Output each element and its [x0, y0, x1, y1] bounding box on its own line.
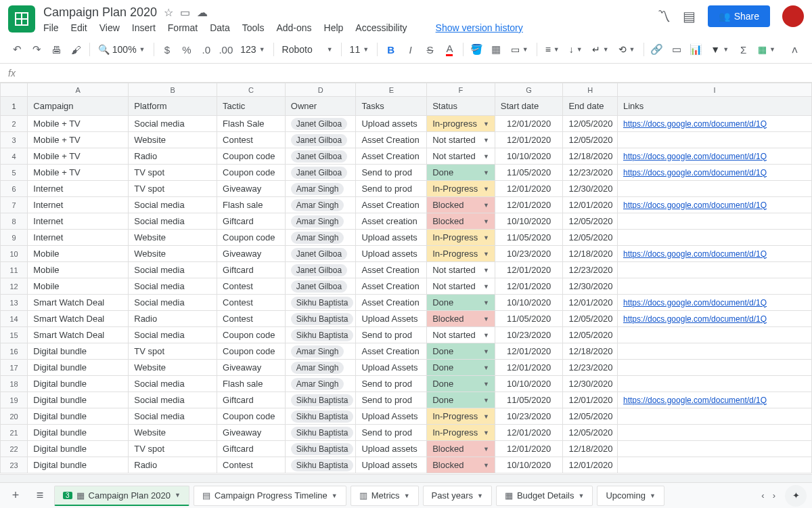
- link-button[interactable]: 🔗: [648, 40, 666, 59]
- cell-tasks[interactable]: Send to prod: [356, 392, 427, 408]
- cell-status[interactable]: In-Progress▼: [427, 230, 495, 246]
- cell-campaign[interactable]: Smart Watch Deal: [28, 295, 129, 311]
- cell-status[interactable]: In-Progress▼: [427, 181, 495, 197]
- cell-start-date[interactable]: 11/05/2020: [495, 230, 563, 246]
- row-number[interactable]: 11: [1, 262, 28, 278]
- cell-platform[interactable]: Radio: [129, 148, 217, 165]
- chevron-down-icon[interactable]: ▼: [578, 492, 584, 499]
- italic-button[interactable]: I: [401, 40, 420, 59]
- strikethrough-button[interactable]: S: [421, 40, 439, 59]
- chevron-down-icon[interactable]: ▼: [650, 492, 656, 499]
- cell-owner[interactable]: Janet Gilboa: [285, 132, 356, 148]
- sheet-tab[interactable]: 3▦Campaign Plan 2020▼: [54, 486, 189, 506]
- move-icon[interactable]: ▭: [180, 6, 190, 19]
- chevron-down-icon[interactable]: ▼: [483, 218, 489, 225]
- cell-owner[interactable]: Sikhu Baptista: [285, 295, 356, 311]
- cell-status[interactable]: Blocked▼: [427, 457, 495, 473]
- sheet-tab[interactable]: ▤Campaign Progress Timeline▼: [194, 486, 346, 506]
- cell-link[interactable]: [617, 327, 811, 343]
- cell-link[interactable]: [617, 343, 811, 360]
- cell-tactic[interactable]: Contest: [217, 311, 286, 327]
- horizontal-scrollbar[interactable]: [0, 474, 812, 482]
- chevron-down-icon[interactable]: ▼: [483, 267, 489, 274]
- table-row[interactable]: 19 Digital bundle Social media Giftcard …: [1, 392, 812, 408]
- cell-link[interactable]: https://docs.google.com/document/d/1Q: [617, 148, 811, 165]
- user-avatar[interactable]: [782, 5, 804, 27]
- cell-tactic[interactable]: Coupon code: [217, 230, 286, 246]
- header-owner[interactable]: Owner: [285, 97, 356, 116]
- cell-campaign[interactable]: Smart Watch Deal: [28, 311, 129, 327]
- cell-start-date[interactable]: 10/10/2020: [495, 213, 563, 230]
- menu-insert[interactable]: Insert: [132, 22, 156, 33]
- cell-status[interactable]: Not started▼: [427, 132, 495, 148]
- table-row[interactable]: 7 Internet Social media Flash sale Amar …: [1, 197, 812, 213]
- cell-link[interactable]: [617, 408, 811, 425]
- collapse-toolbar-button[interactable]: ʌ: [785, 40, 804, 59]
- cell-link[interactable]: [617, 441, 811, 457]
- owner-chip[interactable]: Sikhu Baptista: [291, 329, 354, 341]
- cell-campaign[interactable]: Digital bundle: [28, 457, 129, 473]
- table-row[interactable]: 5 Mobile + TV TV spot Coupon code Janet …: [1, 165, 812, 181]
- cell-start-date[interactable]: 10/23/2020: [495, 408, 563, 425]
- cell-link[interactable]: [617, 230, 811, 246]
- cell-campaign[interactable]: Digital bundle: [28, 392, 129, 408]
- cell-tasks[interactable]: Upload assets: [356, 246, 427, 262]
- cell-platform[interactable]: Radio: [129, 457, 217, 473]
- cell-tasks[interactable]: Asset Creation: [356, 197, 427, 213]
- row-number[interactable]: 18: [1, 376, 28, 392]
- cell-campaign[interactable]: Digital bundle: [28, 360, 129, 376]
- cell-platform[interactable]: Website: [129, 132, 217, 148]
- col-b[interactable]: B: [129, 83, 217, 97]
- sheet-tab[interactable]: ▥Metrics▼: [351, 486, 419, 506]
- cell-start-date[interactable]: 11/05/2020: [495, 311, 563, 327]
- row-number[interactable]: 20: [1, 408, 28, 425]
- cell-start-date[interactable]: 12/01/2020: [495, 116, 563, 132]
- sheets-logo[interactable]: [8, 5, 35, 33]
- col-e[interactable]: E: [356, 83, 427, 97]
- col-c[interactable]: C: [217, 83, 286, 97]
- fill-color-button[interactable]: 🪣: [468, 40, 486, 59]
- cell-start-date[interactable]: 11/05/2020: [495, 165, 563, 181]
- cell-tasks[interactable]: Send to prod: [356, 165, 427, 181]
- row-number[interactable]: 19: [1, 392, 28, 408]
- cell-tactic[interactable]: Coupon code: [217, 148, 286, 165]
- cell-start-date[interactable]: 10/10/2020: [495, 376, 563, 392]
- redo-button[interactable]: ↷: [28, 40, 46, 59]
- cell-platform[interactable]: Website: [129, 246, 217, 262]
- cell-start-date[interactable]: 12/01/2020: [495, 343, 563, 360]
- cell-link[interactable]: [617, 213, 811, 230]
- table-row[interactable]: 10 Mobile Website Giveaway Janet Gilboa …: [1, 246, 812, 262]
- bold-button[interactable]: B: [382, 40, 400, 59]
- cell-platform[interactable]: Website: [129, 230, 217, 246]
- cell-end-date[interactable]: 12/30/2020: [563, 181, 618, 197]
- chevron-down-icon[interactable]: ▼: [404, 492, 410, 499]
- col-f[interactable]: F: [427, 83, 495, 97]
- cell-platform[interactable]: Social media: [129, 197, 217, 213]
- cell-owner[interactable]: Amar Singh: [285, 181, 356, 197]
- cell-tactic[interactable]: Contest: [217, 295, 286, 311]
- owner-chip[interactable]: Janet Gilboa: [291, 150, 347, 163]
- zoom-select[interactable]: 🔍100%▼: [94, 44, 150, 55]
- cell-campaign[interactable]: Internet: [28, 213, 129, 230]
- cell-tasks[interactable]: Upload Assets: [356, 360, 427, 376]
- cell-owner[interactable]: Janet Gilboa: [285, 148, 356, 165]
- header-row[interactable]: 1 Campaign Platform Tactic Owner Tasks S…: [1, 97, 812, 116]
- cell-owner[interactable]: Sikhu Baptista: [285, 457, 356, 473]
- cell-status[interactable]: In-Progress▼: [427, 246, 495, 262]
- cell-status[interactable]: Blocked▼: [427, 311, 495, 327]
- chevron-down-icon[interactable]: ▼: [483, 153, 489, 160]
- cell-start-date[interactable]: 10/10/2020: [495, 148, 563, 165]
- cell-link[interactable]: [617, 181, 811, 197]
- cell-link[interactable]: [617, 132, 811, 148]
- owner-chip[interactable]: Janet Gilboa: [291, 134, 347, 146]
- cell-end-date[interactable]: 12/05/2020: [563, 132, 618, 148]
- cell-tasks[interactable]: Send to prod: [356, 376, 427, 392]
- cell-link[interactable]: [617, 262, 811, 278]
- owner-chip[interactable]: Janet Gilboa: [291, 118, 347, 130]
- cell-status[interactable]: Done▼: [427, 376, 495, 392]
- cell-platform[interactable]: TV spot: [129, 181, 217, 197]
- cell-tasks[interactable]: Upload Assets: [356, 311, 427, 327]
- header-campaign[interactable]: Campaign: [28, 97, 129, 116]
- cell-tasks[interactable]: Asset Creation: [356, 343, 427, 360]
- cell-owner[interactable]: Janet Gilboa: [285, 278, 356, 295]
